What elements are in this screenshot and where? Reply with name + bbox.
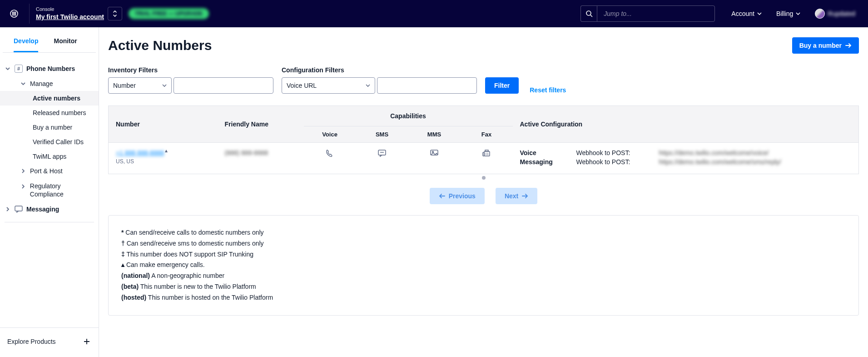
legend-symbol: ‡	[121, 251, 125, 258]
col-number: Number	[109, 106, 218, 143]
trial-badge[interactable]: TRIAL FREE — UPGRADE	[129, 8, 209, 19]
col-capabilities-label: Capabilities	[304, 106, 513, 126]
hash-icon: #	[15, 65, 23, 73]
arrow-left-icon	[439, 193, 445, 199]
emergency-icon: ▴	[165, 147, 168, 154]
legend-text: This number is hosted on the Twilio Plat…	[148, 294, 273, 301]
filter-button[interactable]: Filter	[485, 77, 519, 94]
friendly-name: (888) 888-8888	[225, 149, 268, 156]
legend-symbol: †	[121, 240, 125, 247]
add-product-button[interactable]	[82, 337, 91, 346]
billing-menu[interactable]: Billing	[776, 10, 800, 17]
legend-text: A non-geographic number	[151, 272, 224, 279]
sidebar-item-label: Phone Numbers	[26, 65, 75, 72]
sidebar-item-label: Manage	[30, 80, 53, 87]
svg-point-1	[12, 12, 13, 12]
sidebar: Develop Monitor # Phone Numbers Manage A…	[0, 27, 99, 357]
sidebar-item-regulatory[interactable]: Regulatory Compliance	[0, 178, 99, 202]
divider	[29, 4, 30, 24]
button-label: Previous	[449, 192, 476, 200]
button-label: Buy a number	[799, 42, 842, 49]
reset-filters-link[interactable]: Reset filters	[527, 86, 569, 94]
messaging-icon	[15, 206, 23, 213]
plus-icon	[84, 338, 90, 345]
legend-symbol: (beta)	[121, 283, 139, 290]
sidebar-item-label: Active numbers	[33, 95, 80, 102]
explore-products-link[interactable]: Explore Products	[7, 338, 56, 345]
phone-number-link[interactable]: +1 888 888-8888	[116, 149, 164, 156]
previous-button[interactable]: Previous	[430, 188, 485, 204]
phone-number-location: US, US	[116, 158, 210, 165]
divider	[5, 222, 94, 222]
svg-point-9	[15, 15, 15, 15]
sidebar-item-label: Regulatory Compliance	[30, 182, 95, 198]
account-link[interactable]: My first Twilio account	[36, 13, 104, 21]
sidebar-item-buy-number[interactable]: Buy a number	[0, 120, 99, 135]
inventory-filters-label: Inventory Filters	[108, 66, 273, 74]
numbers-table: Number Friendly Name Capabilities Voice …	[108, 106, 859, 174]
account-menu[interactable]: Account	[731, 10, 762, 17]
mms-capability-icon	[408, 149, 461, 157]
svg-rect-15	[484, 151, 490, 156]
svg-point-8	[14, 15, 14, 15]
sidebar-item-label: Released numbers	[33, 109, 86, 116]
avatar	[815, 9, 825, 19]
legend-text: Can make emergency calls.	[126, 261, 205, 268]
next-button[interactable]: Next	[496, 188, 537, 204]
configuration-filter-input[interactable]	[377, 77, 477, 94]
cfg-messaging-label: Messaging	[520, 158, 559, 166]
billing-menu-label: Billing	[776, 10, 793, 17]
search-button[interactable]	[580, 5, 597, 22]
inventory-filter-select[interactable]: Number	[108, 77, 172, 94]
chevron-down-icon	[5, 66, 11, 71]
sidebar-item-label: Verified Caller IDs	[33, 138, 84, 146]
configuration-filters-label: Configuration Filters	[282, 66, 477, 74]
svg-point-4	[12, 13, 13, 14]
arrow-right-icon	[522, 193, 528, 199]
inventory-filter-input[interactable]	[174, 77, 273, 94]
sidebar-item-label: Messaging	[26, 206, 59, 213]
legend-symbol: (national)	[121, 272, 150, 279]
sidebar-item-phone-numbers[interactable]: # Phone Numbers	[0, 61, 99, 76]
cfg-messaging-url: https://demo.twilio.com/welcome/sms/repl…	[659, 158, 781, 166]
button-label: Next	[505, 192, 518, 200]
legend-text: This number is new to the Twilio Platfor…	[140, 283, 256, 290]
legend-text: Can send/receive sms to domestic numbers…	[127, 240, 264, 247]
buy-number-button[interactable]: Buy a number	[792, 37, 859, 54]
user-menu[interactable]: Rupdated	[815, 9, 855, 19]
configuration-filter-select[interactable]: Voice URL	[282, 77, 375, 94]
apps-grid-icon	[10, 9, 19, 18]
tab-monitor[interactable]: Monitor	[54, 37, 77, 52]
chevron-down-icon	[757, 12, 762, 15]
legend-symbol: (hosted)	[121, 294, 146, 301]
search-input[interactable]	[597, 5, 715, 22]
account-menu-label: Account	[731, 10, 754, 17]
svg-point-2	[14, 12, 14, 12]
sidebar-item-verified-caller-ids[interactable]: Verified Caller IDs	[0, 135, 99, 149]
chevron-down-icon	[796, 12, 800, 15]
col-active-configuration: Active Configuration	[513, 106, 859, 143]
account-switcher-button[interactable]	[108, 7, 122, 20]
sort-icon	[112, 10, 118, 17]
sidebar-item-manage[interactable]: Manage	[0, 76, 99, 91]
legend-symbol: ▴	[121, 261, 124, 268]
svg-rect-11	[15, 206, 22, 211]
cap-fax-header: Fax	[461, 126, 513, 142]
table-row: +1 888 888-8888▴ US, US (888) 888-8888	[109, 143, 859, 174]
legend: * Can send/receive calls to domestic num…	[108, 215, 859, 316]
sidebar-item-released-numbers[interactable]: Released numbers	[0, 106, 99, 120]
cfg-voice-url: https://demo.twilio.com/welcome/voice/	[659, 149, 769, 156]
apps-grid-button[interactable]	[5, 5, 23, 22]
sidebar-item-messaging[interactable]: Messaging	[0, 202, 99, 216]
search-icon	[585, 10, 593, 17]
sidebar-item-twiml-apps[interactable]: TwiML apps	[0, 149, 99, 164]
sidebar-item-port-host[interactable]: Port & Host	[0, 164, 99, 178]
col-friendly-name: Friendly Name	[218, 106, 304, 143]
chevron-down-icon	[162, 84, 167, 87]
cfg-messaging-webhook: Webhook to POST:	[576, 158, 642, 166]
username: Rupdated	[828, 10, 855, 17]
chevron-down-icon	[366, 84, 370, 87]
sidebar-item-active-numbers[interactable]: Active numbers	[0, 91, 99, 106]
main-content: Active Numbers Buy a number Inventory Fi…	[99, 27, 868, 357]
tab-develop[interactable]: Develop	[14, 37, 38, 52]
